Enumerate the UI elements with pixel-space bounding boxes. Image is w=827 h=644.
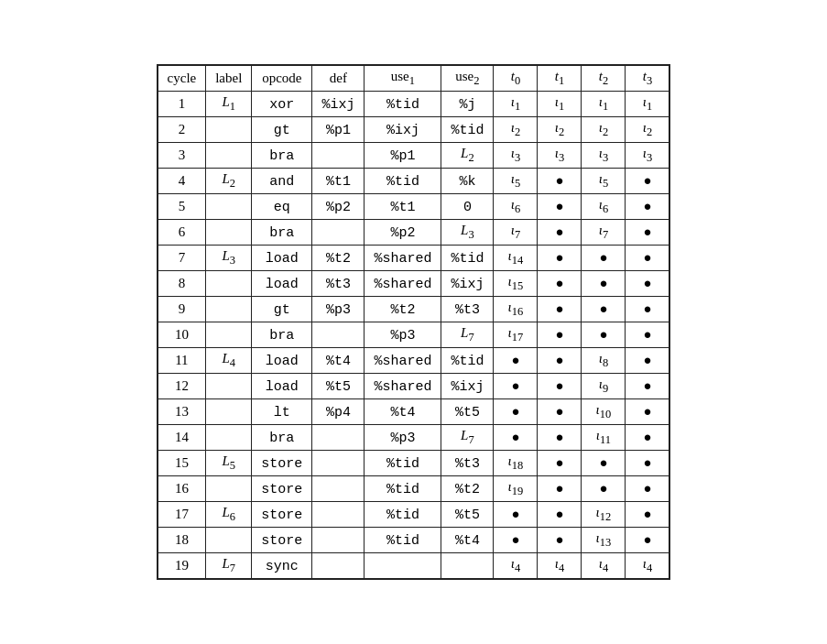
cell-use1: %t1	[365, 194, 441, 220]
cell-use1: %p3	[365, 322, 441, 348]
cell-opcode: bra	[252, 220, 312, 246]
cell-t1: ●	[538, 451, 582, 476]
cell-def: %t2	[312, 246, 365, 271]
cell-def: %p2	[312, 194, 365, 220]
cell-label	[206, 143, 252, 169]
header-row: cycle label opcode def use1 use2 t0 t1 t…	[158, 66, 669, 92]
cell-use2: %t3	[441, 297, 494, 322]
cell-t3: ●	[626, 322, 669, 348]
cell-label	[206, 297, 252, 322]
cell-label	[206, 374, 252, 399]
cell-t1: ●	[538, 374, 582, 399]
cell-use2: 0	[441, 194, 494, 220]
cell-label: L1	[206, 92, 252, 117]
cell-t3: ι1	[626, 92, 669, 117]
cell-t0: ●	[494, 348, 538, 374]
cell-t3: ●	[626, 451, 669, 476]
cell-def: %t4	[312, 348, 365, 374]
cell-opcode: eq	[252, 194, 312, 220]
cell-opcode: gt	[252, 117, 312, 143]
cell-t3: ι3	[626, 143, 669, 169]
cell-use1: %shared	[365, 374, 441, 399]
cell-cycle: 7	[158, 246, 206, 271]
cell-def: %p4	[312, 399, 365, 425]
cell-t2: ι10	[582, 399, 626, 425]
cell-t2: ι2	[582, 117, 626, 143]
cell-t1: ●	[538, 348, 582, 374]
cell-opcode: bra	[252, 425, 312, 451]
table-row: 8load%t3%shared%ixjι15●●●	[158, 271, 669, 297]
cell-label: L5	[206, 451, 252, 476]
cell-cycle: 2	[158, 117, 206, 143]
cell-t2: ι9	[582, 374, 626, 399]
cell-use2: %tid	[441, 246, 494, 271]
cell-use1: %tid	[365, 92, 441, 117]
cell-t1: ●	[538, 322, 582, 348]
cell-cycle: 11	[158, 348, 206, 374]
cell-cycle: 5	[158, 194, 206, 220]
cell-t1: ●	[538, 528, 582, 553]
cell-t2: ●	[582, 246, 626, 271]
cell-use1: %shared	[365, 271, 441, 297]
cell-t2: ι8	[582, 348, 626, 374]
table-row: 12load%t5%shared%ixj●●ι9●	[158, 374, 669, 399]
cell-use2: L7	[441, 322, 494, 348]
cell-t3: ●	[626, 194, 669, 220]
cell-opcode: bra	[252, 322, 312, 348]
cell-t2: ι5	[582, 169, 626, 194]
cell-t2: ●	[582, 297, 626, 322]
table-row: 4L2and%t1%tid%kι5●ι5●	[158, 169, 669, 194]
header-use1: use1	[365, 66, 441, 92]
cell-t2: ι1	[582, 92, 626, 117]
cell-t2: ι4	[582, 553, 626, 579]
cell-use2: %t2	[441, 476, 494, 502]
cell-cycle: 8	[158, 271, 206, 297]
cell-t0: ι3	[494, 143, 538, 169]
cell-t3: ●	[626, 425, 669, 451]
cell-use2: L7	[441, 425, 494, 451]
table-row: 7L3load%t2%shared%tidι14●●●	[158, 246, 669, 271]
cell-cycle: 17	[158, 502, 206, 528]
cell-def	[312, 502, 365, 528]
cell-t2: ι7	[582, 220, 626, 246]
cell-label	[206, 399, 252, 425]
cell-def: %t3	[312, 271, 365, 297]
cell-t1: ●	[538, 169, 582, 194]
cell-t0: ι5	[494, 169, 538, 194]
cell-opcode: store	[252, 451, 312, 476]
cell-use2: L2	[441, 143, 494, 169]
main-table-container: cycle label opcode def use1 use2 t0 t1 t…	[157, 64, 671, 580]
cell-t0: ι15	[494, 271, 538, 297]
cell-cycle: 18	[158, 528, 206, 553]
table-row: 2gt%p1%ixj%tidι2ι2ι2ι2	[158, 117, 669, 143]
table-row: 15L5store%tid%t3ι18●●●	[158, 451, 669, 476]
cell-label: L3	[206, 246, 252, 271]
cell-use2: %t4	[441, 528, 494, 553]
header-t3: t3	[626, 66, 669, 92]
table-row: 9gt%p3%t2%t3ι16●●●	[158, 297, 669, 322]
cell-t3: ι2	[626, 117, 669, 143]
cell-opcode: store	[252, 528, 312, 553]
cell-t1: ●	[538, 246, 582, 271]
cell-use2: %k	[441, 169, 494, 194]
cell-t0: ●	[494, 502, 538, 528]
cell-def	[312, 425, 365, 451]
cell-t3: ●	[626, 220, 669, 246]
cell-t2: ●	[582, 451, 626, 476]
cell-opcode: sync	[252, 553, 312, 579]
cell-t0: ι16	[494, 297, 538, 322]
cell-opcode: and	[252, 169, 312, 194]
cell-t3: ●	[626, 271, 669, 297]
cell-def	[312, 451, 365, 476]
cell-cycle: 16	[158, 476, 206, 502]
cell-t1: ι3	[538, 143, 582, 169]
cell-def: %p3	[312, 297, 365, 322]
cell-label: L7	[206, 553, 252, 579]
cell-label	[206, 528, 252, 553]
cell-label: L4	[206, 348, 252, 374]
cell-label	[206, 194, 252, 220]
cell-opcode: load	[252, 374, 312, 399]
cell-opcode: load	[252, 271, 312, 297]
cell-opcode: lt	[252, 399, 312, 425]
header-t0: t0	[494, 66, 538, 92]
